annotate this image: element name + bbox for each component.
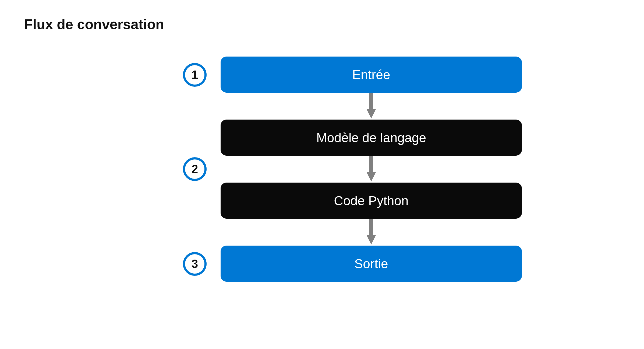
flow-diagram: 1 Entrée Modèle de langage 2 Code Python <box>221 57 557 282</box>
flow-node-input: Entrée <box>221 57 522 93</box>
svg-marker-3 <box>366 172 376 182</box>
arrow-down-icon <box>221 93 522 120</box>
diagram-title: Flux de conversation <box>24 16 164 32</box>
step-badge-3: 3 <box>183 252 207 276</box>
svg-marker-1 <box>366 109 376 118</box>
step-badge-1: 1 <box>183 63 207 87</box>
arrow-down-icon: 2 <box>221 156 522 183</box>
flow-node-label: Modèle de langage <box>316 130 426 145</box>
flow-node-python-code: Code Python <box>221 183 522 219</box>
flow-node-language-model: Modèle de langage <box>221 120 522 156</box>
flow-node-label: Entrée <box>352 67 390 82</box>
flow-node-label: Sortie <box>354 256 388 271</box>
flow-node-label: Code Python <box>334 193 409 208</box>
step-badge-2: 2 <box>183 157 207 181</box>
arrow-down-icon <box>221 219 522 246</box>
svg-marker-5 <box>366 235 376 245</box>
flow-node-output: Sortie <box>221 246 522 282</box>
